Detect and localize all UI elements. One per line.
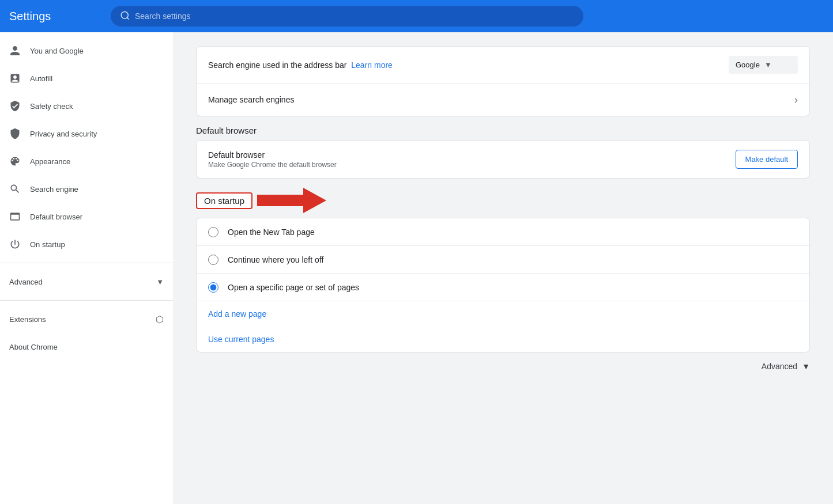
sidebar-item-you-and-google[interactable]: You and Google: [0, 37, 168, 65]
sidebar-divider-2: [0, 300, 173, 301]
chevron-down-icon: ▼: [764, 60, 772, 69]
bottom-advanced-label: Advanced: [762, 362, 797, 371]
settings-title: Settings: [9, 10, 101, 23]
autofill-icon: [9, 73, 21, 84]
sidebar-label-safety-check: Safety check: [30, 102, 73, 111]
search-icon: [120, 10, 130, 22]
search-sidebar-icon: [9, 183, 21, 195]
sidebar-label-privacy-security: Privacy and security: [30, 130, 97, 138]
on-startup-header: On startup: [196, 188, 810, 213]
specific-page-radio[interactable]: [208, 282, 218, 293]
bottom-advanced[interactable]: Advanced ▼: [196, 353, 810, 380]
shield-icon: [9, 128, 21, 139]
sidebar-label-you-and-google: You and Google: [30, 47, 84, 55]
sidebar: You and Google Autofill Safety check Pri…: [0, 32, 173, 504]
palette-icon: [9, 156, 21, 167]
continue-label[interactable]: Continue where you left off: [228, 255, 323, 264]
startup-card: Open the New Tab page Continue where you…: [196, 218, 810, 353]
chevron-right-icon: ›: [794, 94, 798, 106]
external-link-icon: ⬡: [156, 314, 164, 325]
sidebar-item-privacy-security[interactable]: Privacy and security: [0, 120, 168, 147]
manage-search-engines-row[interactable]: Manage search engines ›: [197, 84, 809, 116]
default-browser-info: Default browser Make Google Chrome the d…: [208, 150, 736, 169]
startup-option-new-tab: Open the New Tab page: [197, 218, 809, 246]
default-browser-card-sub: Make Google Chrome the default browser: [208, 161, 736, 169]
add-new-page-row: Add a new page: [197, 301, 809, 327]
sidebar-label-search-engine: Search engine: [30, 185, 78, 194]
svg-line-1: [127, 17, 129, 19]
default-browser-section-title: Default browser: [196, 126, 810, 135]
specific-page-label[interactable]: Open a specific page or set of pages: [228, 283, 359, 292]
chevron-down-icon: ▼: [156, 278, 164, 286]
header: Settings: [0, 0, 833, 32]
sidebar-item-appearance[interactable]: Appearance: [0, 147, 168, 175]
search-engine-dropdown[interactable]: Google ▼: [729, 56, 798, 74]
sidebar-label-appearance: Appearance: [30, 157, 70, 166]
search-engine-row: Search engine used in the address bar Le…: [197, 47, 809, 84]
svg-point-0: [121, 12, 128, 18]
search-engine-value: Google: [736, 60, 760, 69]
power-icon: [9, 238, 21, 250]
sidebar-item-search-engine[interactable]: Search engine: [0, 175, 168, 203]
bottom-chevron-down-icon: ▼: [802, 362, 810, 371]
sidebar-item-about-chrome[interactable]: About Chrome: [0, 333, 173, 361]
sidebar-advanced-label: Advanced: [9, 278, 43, 286]
sidebar-label-on-startup: On startup: [30, 240, 65, 249]
red-arrow-annotation: [252, 188, 326, 213]
make-default-button[interactable]: Make default: [736, 150, 798, 169]
shield-check-icon: [9, 100, 21, 112]
browser-icon: [9, 211, 21, 222]
continue-radio[interactable]: [208, 255, 218, 265]
sidebar-item-safety-check[interactable]: Safety check: [0, 92, 168, 120]
extensions-left: Extensions: [9, 315, 46, 324]
sidebar-extensions-label: Extensions: [9, 315, 46, 324]
search-engine-label: Search engine used in the address bar Le…: [208, 60, 729, 70]
default-browser-card: Default browser Make Google Chrome the d…: [196, 140, 810, 179]
learn-more-link[interactable]: Learn more: [351, 60, 393, 70]
sidebar-item-autofill[interactable]: Autofill: [0, 65, 168, 92]
use-current-pages-button[interactable]: Use current pages: [197, 327, 285, 352]
sidebar-item-default-browser[interactable]: Default browser: [0, 203, 168, 230]
add-new-page-button[interactable]: Add a new page: [197, 301, 278, 327]
sidebar-label-autofill: Autofill: [30, 74, 52, 83]
sidebar-advanced[interactable]: Advanced ▼: [0, 268, 173, 295]
startup-option-specific-page: Open a specific page or set of pages: [197, 274, 809, 301]
person-icon: [9, 45, 21, 56]
layout: You and Google Autofill Safety check Pri…: [0, 32, 833, 504]
startup-option-continue: Continue where you left off: [197, 246, 809, 274]
on-startup-badge: On startup: [196, 192, 252, 209]
sidebar-item-extensions[interactable]: Extensions ⬡: [0, 305, 173, 333]
default-browser-row: Default browser Make Google Chrome the d…: [197, 141, 809, 178]
search-engine-card: Search engine used in the address bar Le…: [196, 46, 810, 116]
sidebar-label-default-browser: Default browser: [30, 213, 82, 221]
manage-search-engines-label: Manage search engines: [208, 95, 794, 104]
main-content: Search engine used in the address bar Le…: [173, 32, 833, 504]
use-current-pages-row: Use current pages: [197, 327, 809, 352]
sidebar-item-on-startup[interactable]: On startup: [0, 230, 168, 258]
default-browser-card-title: Default browser: [208, 150, 736, 160]
sidebar-about-label: About Chrome: [9, 343, 58, 351]
search-input[interactable]: [135, 12, 574, 21]
sidebar-divider: [0, 263, 173, 263]
new-tab-label[interactable]: Open the New Tab page: [228, 228, 315, 237]
new-tab-radio[interactable]: [208, 227, 218, 237]
search-bar[interactable]: [111, 6, 583, 26]
